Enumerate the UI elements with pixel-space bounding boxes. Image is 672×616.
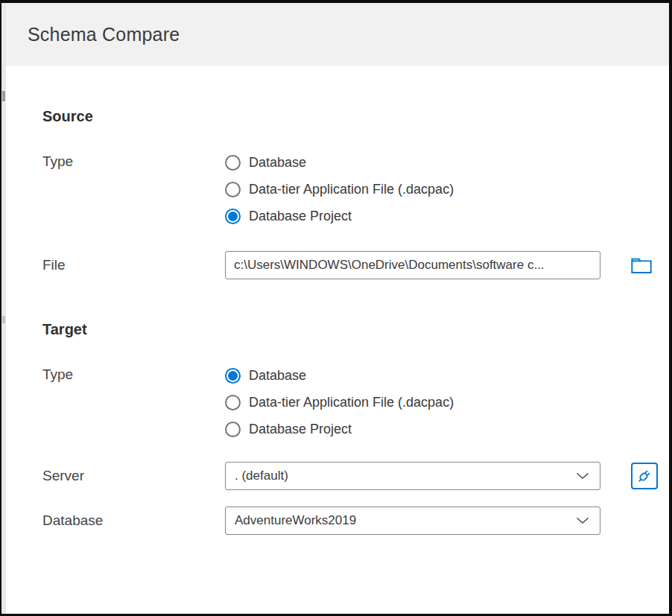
radio-label: Data-tier Application File (.dacpac) — [249, 182, 454, 197]
source-type-row: Type Database Data-tier Application File… — [42, 152, 669, 232]
radio-icon[interactable] — [225, 422, 241, 437]
source-file-row: File — [42, 251, 669, 279]
source-radio-database[interactable]: Database — [225, 152, 454, 173]
database-dropdown[interactable]: AdventureWorks2019 — [225, 507, 600, 535]
target-type-label: Type — [42, 365, 225, 383]
change-connection-button[interactable] — [631, 463, 658, 489]
dialog-content: Source Type Database Data-tier Applicati… — [6, 66, 669, 535]
source-radio-database-project[interactable]: Database Project — [225, 206, 454, 226]
radio-label: Database Project — [249, 209, 352, 224]
page-title: Schema Compare — [28, 24, 180, 45]
background-app-sliver — [1, 3, 6, 614]
source-file-label: File — [42, 257, 225, 273]
radio-icon[interactable] — [225, 395, 241, 410]
target-section-heading: Target — [42, 320, 669, 338]
chevron-down-icon — [576, 517, 589, 524]
chevron-down-icon — [576, 472, 589, 480]
source-type-label: Type — [42, 152, 225, 170]
source-type-radio-group: Database Data-tier Application File (.da… — [225, 152, 454, 232]
target-server-label: Server — [42, 468, 225, 484]
radio-icon[interactable] — [225, 155, 241, 171]
server-dropdown-value: . (default) — [235, 469, 288, 483]
target-database-row: Database AdventureWorks2019 — [42, 507, 669, 535]
radio-icon[interactable] — [225, 182, 241, 197]
browse-file-button[interactable] — [631, 256, 652, 274]
radio-label: Database — [249, 368, 306, 384]
radio-icon[interactable] — [225, 209, 241, 224]
background-artifact — [2, 316, 5, 323]
plug-icon — [636, 468, 653, 484]
folder-icon — [631, 256, 652, 274]
target-radio-database[interactable]: Database — [225, 365, 454, 386]
radio-icon[interactable] — [225, 368, 241, 384]
radio-label: Data-tier Application File (.dacpac) — [249, 395, 454, 410]
target-type-radio-group: Database Data-tier Application File (.da… — [225, 365, 454, 445]
source-radio-dacpac[interactable]: Data-tier Application File (.dacpac) — [225, 179, 454, 200]
schema-compare-dialog: Schema Compare Source Type Database Data… — [0, 0, 672, 616]
target-type-row: Type Database Data-tier Application File… — [42, 365, 669, 445]
source-file-input[interactable] — [225, 251, 600, 279]
server-dropdown[interactable]: . (default) — [225, 462, 600, 490]
radio-label: Database — [249, 155, 306, 171]
dialog-header: Schema Compare — [6, 3, 669, 66]
target-radio-dacpac[interactable]: Data-tier Application File (.dacpac) — [225, 392, 454, 413]
target-server-row: Server . (default) — [42, 462, 669, 490]
target-radio-database-project[interactable]: Database Project — [225, 419, 454, 439]
source-section-heading: Source — [42, 107, 669, 125]
database-dropdown-value: AdventureWorks2019 — [235, 513, 356, 528]
target-database-label: Database — [42, 512, 225, 529]
background-artifact — [2, 91, 5, 101]
radio-label: Database Project — [249, 422, 352, 437]
